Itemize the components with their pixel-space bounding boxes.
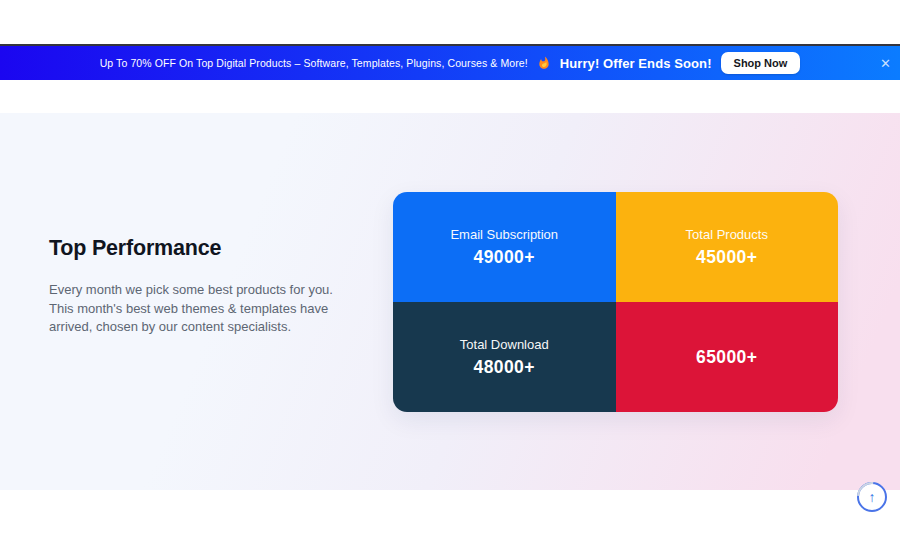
stat-label: Email Subscription xyxy=(450,227,558,242)
section-description: Every month we pick some best products f… xyxy=(49,281,345,337)
stats-grid: Email Subscription 49000+ Total Products… xyxy=(393,192,838,412)
stat-label: Total Download xyxy=(460,337,549,352)
close-icon[interactable]: ✕ xyxy=(880,57,891,70)
stat-label: Total Products xyxy=(686,227,768,242)
page-title: Top Performance xyxy=(49,236,221,261)
stat-value: 65000+ xyxy=(696,347,757,368)
shop-now-button[interactable]: Shop Now xyxy=(721,52,801,74)
stat-value: 45000+ xyxy=(696,247,757,268)
scroll-to-top-button[interactable]: ↑ xyxy=(857,482,887,512)
flame-icon xyxy=(537,56,551,70)
arrow-up-icon: ↑ xyxy=(869,489,876,505)
promo-text: Up To 70% OFF On Top Digital Products – … xyxy=(100,57,528,69)
stat-card-total-products: Total Products 45000+ xyxy=(616,192,839,302)
promo-banner: Up To 70% OFF On Top Digital Products – … xyxy=(0,44,900,80)
stat-card-email-subscription: Email Subscription 49000+ xyxy=(393,192,616,302)
stat-card-unlabeled: 65000+ xyxy=(616,302,839,412)
stat-value: 49000+ xyxy=(474,247,535,268)
stat-card-total-download: Total Download 48000+ xyxy=(393,302,616,412)
top-performance-section: Top Performance Every month we pick some… xyxy=(0,113,900,490)
stat-value: 48000+ xyxy=(474,357,535,378)
urgency-text: Hurry! Offer Ends Soon! xyxy=(560,56,712,71)
